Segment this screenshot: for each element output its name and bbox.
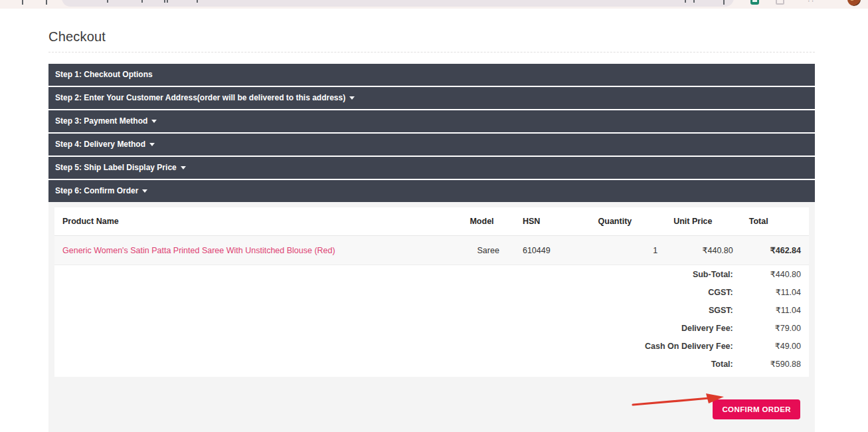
total-label: Cash On Delivery Fee: [54, 337, 741, 355]
product-link[interactable]: Generic Women's Satin Patta Printed Sare… [62, 246, 335, 255]
cell-unit-price: ₹440.80 [665, 236, 741, 265]
col-model: Model [462, 207, 515, 236]
total-label: Sub-Total: [54, 265, 741, 284]
total-label: SGST: [54, 301, 741, 319]
chevron-down-icon [149, 143, 155, 146]
col-product-name: Product Name [54, 207, 462, 236]
title-divider [48, 52, 815, 53]
confirm-order-panel: Product Name Model HSN Quantity Unit Pri… [48, 202, 815, 432]
table-row: Generic Women's Satin Patta Printed Sare… [54, 236, 809, 265]
totals-row-grand-total: Total: ₹590.88 [54, 355, 809, 377]
step-5-ship-label-display-price[interactable]: Step 5: Ship Label Display Price [48, 157, 815, 179]
step-1-checkout-options[interactable]: Step 1: Checkout Options [48, 64, 815, 86]
step-label: Step 1: Checkout Options [55, 70, 153, 79]
url-text-fragment [164, 0, 165, 3]
profile-avatar[interactable] [847, 0, 861, 6]
totals-row-sgst: SGST: ₹11.04 [54, 301, 809, 319]
chevron-down-icon [151, 120, 157, 123]
total-value: ₹440.80 [741, 265, 809, 284]
step-4-delivery-method[interactable]: Step 4: Delivery Method [48, 134, 815, 156]
url-text-fragment [107, 0, 108, 3]
totals-row-cod-fee: Cash On Delivery Fee: ₹49.00 [54, 337, 809, 355]
step-label: Step 5: Ship Label Display Price [55, 163, 177, 172]
total-label: Total: [54, 355, 741, 377]
bookmarks-icon[interactable]: ·· [808, 0, 824, 4]
step-2-customer-address[interactable]: Step 2: Enter Your Customer Address(orde… [48, 87, 815, 109]
url-text-fragment [141, 0, 143, 3]
cell-total: ₹462.84 [741, 236, 809, 265]
col-unit-price: Unit Price [665, 207, 741, 236]
page-title: Checkout [48, 29, 815, 45]
total-label: CGST: [54, 283, 741, 301]
step-6-confirm-order[interactable]: Step 6: Confirm Order [48, 180, 815, 202]
panel-footer: CONFIRM ORDER [54, 399, 809, 419]
cell-model: Saree [462, 236, 515, 265]
toolbar-icon-fragment [22, 0, 23, 5]
step-3-payment-method[interactable]: Step 3: Payment Method [48, 110, 815, 132]
totals-row-delivery-fee: Delivery Fee: ₹79.00 [54, 319, 809, 337]
extension-icon[interactable] [776, 0, 784, 5]
order-summary-table: Product Name Model HSN Quantity Unit Pri… [54, 207, 809, 377]
total-label: Delivery Fee: [54, 319, 741, 337]
col-total: Total [741, 207, 809, 236]
total-value: ₹11.04 [741, 283, 809, 301]
checkout-steps-accordion: Step 1: Checkout Options Step 2: Enter Y… [48, 64, 815, 202]
url-text-fragment [167, 0, 168, 3]
checkout-page: Checkout Step 1: Checkout Options Step 2… [48, 9, 815, 432]
cell-quantity: 1 [590, 236, 666, 265]
chevron-down-icon [181, 166, 186, 169]
col-quantity: Quantity [590, 207, 666, 236]
chevron-down-icon [349, 96, 355, 100]
step-label: Step 6: Confirm Order [55, 186, 138, 195]
col-hsn: HSN [515, 207, 590, 236]
confirm-order-button[interactable]: CONFIRM ORDER [713, 399, 800, 419]
totals-row-subtotal: Sub-Total: ₹440.80 [54, 265, 809, 284]
total-value: ₹11.04 [741, 301, 809, 319]
step-label: Step 3: Payment Method [55, 116, 147, 126]
total-value: ₹79.00 [741, 319, 809, 337]
url-text-fragment [693, 0, 695, 3]
address-bar[interactable] [62, 0, 734, 7]
step-label: Step 2: Enter Your Customer Address(orde… [55, 93, 345, 102]
toolbar-icon-fragment [46, 0, 47, 5]
total-value: ₹49.00 [741, 337, 809, 355]
step-label: Step 4: Delivery Method [55, 140, 145, 149]
total-value: ₹590.88 [741, 355, 809, 377]
chevron-down-icon [142, 189, 147, 193]
browser-topbar: ·· [0, 0, 868, 9]
url-text-fragment [197, 0, 198, 3]
totals-row-cgst: CGST: ₹11.04 [54, 283, 809, 301]
bookmark-star-icon[interactable] [723, 0, 725, 5]
url-text-fragment [685, 0, 686, 3]
extension-icon-green[interactable] [750, 0, 759, 5]
table-header-row: Product Name Model HSN Quantity Unit Pri… [54, 207, 809, 236]
cell-hsn: 610449 [515, 236, 590, 265]
